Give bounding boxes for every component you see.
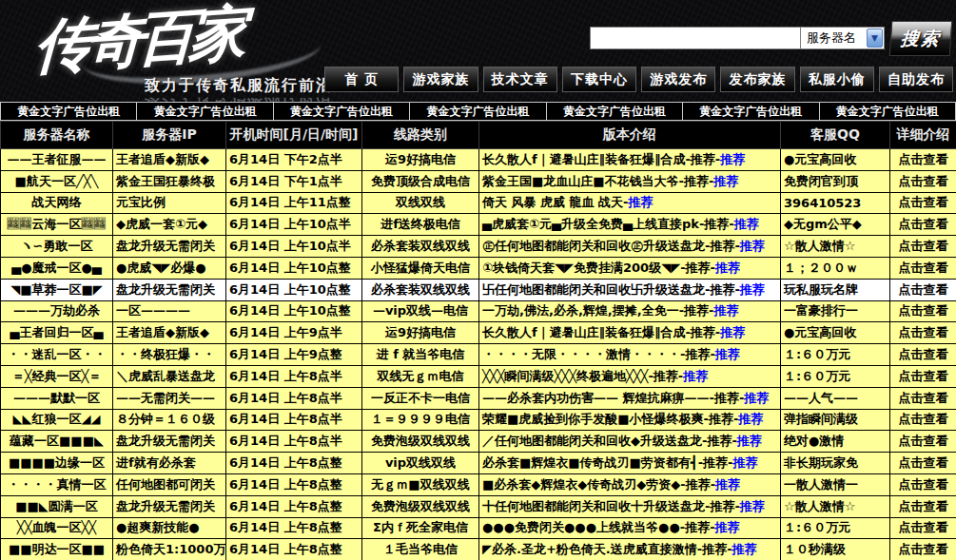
server-name-cell[interactable]: ▄王者回归一区▄ <box>1 322 113 344</box>
version-intro-text: ——必杀套内功伤害—— 辉煌抗麻痹——-推荐- <box>482 391 744 405</box>
version-hot-tag: 推荐 <box>720 325 745 339</box>
golden-ad-slot[interactable]: 黄金文字广告位出租 <box>546 103 682 120</box>
detail-link-cell[interactable]: 点击查看 <box>890 257 956 279</box>
detail-link-cell[interactable]: 点击查看 <box>890 170 956 192</box>
server-ip-text: ●超爽新技能● <box>116 520 200 534</box>
version-intro-cell[interactable]: ／任何地图都能闭关和回收◆升级送盘龙-推荐-推荐 <box>479 431 781 453</box>
open-time-cell: 6月14日 上午8点整 <box>226 517 362 539</box>
open-time-cell: 6月14日 上午8点整 <box>226 473 362 495</box>
version-intro-text: 长久散人f｜避暑山庄‖装备狂爆‖合成-推荐- <box>482 152 720 166</box>
version-intro-cell[interactable]: ╳╳╳瞬间满级╳╳╳终极遍地╳╳╳-推荐-推荐 <box>479 365 781 387</box>
nav-item-home[interactable]: 首 页 <box>324 67 399 92</box>
golden-ad-slot[interactable]: 黄金文字广告位出租 <box>273 103 409 120</box>
detail-link-cell[interactable]: 点击查看 <box>890 365 956 387</box>
line-type-text: 双线双线 <box>396 195 445 209</box>
detail-link-cell[interactable]: 点击查看 <box>890 279 956 300</box>
version-intro-cell[interactable]: ▄虎威套①元▄升级全免费▄上线直接pk-推荐-推荐 <box>479 214 781 236</box>
detail-link-cell[interactable]: 点击查看 <box>890 387 956 409</box>
version-intro-cell[interactable]: 荣耀■虎威捡到你手发酸■小怪爆终极爽-推荐-推荐 <box>479 409 781 431</box>
server-name-cell[interactable]: 圝圝云海一区圝圝 <box>1 214 113 236</box>
version-intro-cell[interactable]: 一万劫,佛法,必杀,辉煌,摆摊,全免一-推荐-推荐 <box>479 300 781 322</box>
detail-link-cell[interactable]: 点击查看 <box>890 322 956 344</box>
nav-item-download-center[interactable]: 下载中心 <box>562 67 636 92</box>
nav-item-publish-family[interactable]: 发布家族 <box>720 67 794 92</box>
service-qq-cell: ◆无gm公平◆ <box>781 214 890 236</box>
version-intro-cell[interactable]: ㊣任何地图都能闭关和回收㊣升级送盘龙-推荐-推荐 <box>479 236 781 258</box>
search-input[interactable] <box>590 27 801 49</box>
server-name-cell[interactable]: ヽ∽勇敢一区 <box>1 236 113 258</box>
golden-ad-slot[interactable]: 黄金文字广告位出租 <box>136 103 272 120</box>
version-intro-cell[interactable]: 必杀套■辉煌衣■传奇战刃■劳资都有┫-推荐-推荐 <box>479 453 781 474</box>
detail-link-cell[interactable]: 点击查看 <box>890 409 956 431</box>
open-time-cell: 6月14日 下午2点半 <box>226 149 362 171</box>
version-intro-cell[interactable]: ■必杀套◆辉煌衣◆传奇战刃◆劳资◆-推荐-推荐 <box>479 473 781 495</box>
golden-ad-slot[interactable]: 黄金文字广告位出租 <box>819 103 956 120</box>
detail-link-cell[interactable]: 点击查看 <box>890 300 956 322</box>
search-category-select[interactable]: 服务器名 ▼ <box>801 27 885 49</box>
version-intro-cell[interactable]: ・・・・无限・・・・激情・・・・-推荐-推荐 <box>479 344 781 366</box>
detail-link-cell[interactable]: 点击查看 <box>890 149 956 171</box>
detail-link-cell[interactable]: 点击查看 <box>890 473 956 495</box>
nav-item-sifu-thief[interactable]: 私服小偷 <box>800 67 874 92</box>
detail-link-cell[interactable]: 点击查看 <box>890 453 956 474</box>
server-name-cell[interactable]: ・・・・真情一区 <box>1 473 113 495</box>
version-intro-cell[interactable]: 长久散人f｜避暑山庄‖装备狂爆‖合成-推荐-推荐 <box>479 149 781 171</box>
detail-link-cell[interactable]: 点击查看 <box>890 495 956 517</box>
version-intro-text: ■必杀套◆辉煌衣◆传奇战刃◆劳资◆-推荐- <box>482 477 715 492</box>
detail-link-cell[interactable]: 点击查看 <box>890 236 956 258</box>
detail-link-cell[interactable]: 点击查看 <box>890 214 956 236</box>
nav-item-self-publish[interactable]: 自助发布 <box>879 67 953 92</box>
server-name-cell[interactable]: ・・迷乱一区・・ <box>1 344 113 366</box>
server-ip-text: 王者追盾◆新版◆ <box>116 325 209 339</box>
server-name-cell[interactable]: ╳╳血魄一区╳╳ <box>1 517 113 539</box>
col-header-server-ip: 服务器IP <box>113 122 226 149</box>
line-type-cell: 一反正不卡一电信 <box>362 387 479 409</box>
search-button[interactable]: 搜索 <box>889 21 953 56</box>
server-name-cell[interactable]: 蕴藏一区■■■◣ <box>1 431 113 453</box>
detail-link-cell[interactable]: 点击查看 <box>890 517 956 539</box>
server-name-cell[interactable]: 战天网络 <box>1 192 113 214</box>
version-hot-tag: 推荐 <box>713 174 738 188</box>
server-name-cell[interactable]: ———万劫必杀 <box>1 300 113 322</box>
version-intro-cell[interactable]: ①块钱倚天套◥◤免费挂满200级◥◤-推荐-推荐 <box>479 257 781 279</box>
server-name-cell[interactable]: ——王者征服—— <box>1 149 113 171</box>
detail-link-cell[interactable]: 点击查看 <box>890 192 956 214</box>
version-intro-cell[interactable]: ——必杀套内功伤害—— 辉煌抗麻痹——-推荐-推荐 <box>479 387 781 409</box>
server-name-cell[interactable]: ■■◣圆满一区 <box>1 495 113 517</box>
server-name-cell[interactable]: ◣◣红狼一区◢◢ <box>1 409 113 431</box>
nav-item-game-publish[interactable]: 游戏发布 <box>641 67 715 92</box>
detail-link-cell[interactable]: 点击查看 <box>890 431 956 453</box>
line-type-text: 免费顶级合成电信 <box>371 174 470 188</box>
golden-ad-slot[interactable]: 黄金文字广告位出租 <box>409 103 545 120</box>
golden-ad-slot[interactable]: 黄金文字广告位出租 <box>682 103 818 120</box>
server-name-cell[interactable]: ■航天一区╱╳╲ <box>1 170 113 192</box>
version-intro-cell[interactable]: 紫金王国■龙血山庄■不花钱当大爷-推荐-推荐 <box>479 170 781 192</box>
server-name-cell[interactable]: ◥■草莽一区■◤ <box>1 279 113 300</box>
line-type-cell: 双线双线 <box>362 192 479 214</box>
version-intro-cell[interactable]: ◤必杀.圣龙+粉色倚天.送虎威直接激情-推荐-推荐 <box>479 539 781 560</box>
golden-ad-slot[interactable]: 黄金文字广告位出租 <box>0 103 136 120</box>
detail-link-text: 点击查看 <box>899 542 948 556</box>
version-intro-cell[interactable]: 倚天 风暴 虎威 龍血 战天-推荐 <box>479 192 781 214</box>
detail-link-text: 点击查看 <box>899 174 948 188</box>
version-intro-cell[interactable]: 十任何地图都能闭关和回收十升级送盘龙-推荐-推荐 <box>479 495 781 517</box>
table-row: ╳╳血魄一区╳╳ ●超爽新技能● 6月14日 上午8点整 Σ内ｆ死全家电信 ●●… <box>1 517 956 539</box>
version-intro-cell[interactable]: 卐任何地图都能闭关和回收卐升级送盘龙-推荐-推荐 <box>479 279 781 300</box>
version-intro-cell[interactable]: 长久散人f｜避暑山庄‖装备狂爆‖合成-推荐-推荐 <box>479 322 781 344</box>
version-intro-text: 十任何地图都能闭关和回收十升级送盘龙-推荐- <box>482 499 740 513</box>
server-name-text: ■■■■边缘一区 <box>9 455 105 470</box>
server-name-cell[interactable]: ■■明达一区■■ <box>1 539 113 560</box>
server-name-cell[interactable]: ■■■■边缘一区 <box>1 453 113 474</box>
nav-item-tech-articles[interactable]: 技术文章 <box>483 67 557 92</box>
detail-link-cell[interactable]: 点击查看 <box>890 539 956 560</box>
detail-link-cell[interactable]: 点击查看 <box>890 344 956 366</box>
line-type-cell: Σ内ｆ死全家电信 <box>362 517 479 539</box>
chevron-down-icon[interactable]: ▼ <box>867 29 883 48</box>
server-name-cell[interactable]: ———默默一区 <box>1 387 113 409</box>
version-intro-cell[interactable]: ●●●免费闭关●●●上线就当爷●●-推荐-推荐 <box>479 517 781 539</box>
line-type-text: 运9好搞电信 <box>385 325 456 339</box>
server-name-text: ———万劫必杀 <box>13 303 100 318</box>
server-name-cell[interactable]: ▄●魔戒一区●▄ <box>1 257 113 279</box>
nav-item-game-family[interactable]: 游戏家族 <box>403 67 478 92</box>
server-name-cell[interactable]: ＝╳经典一区╳＝ <box>1 365 113 387</box>
